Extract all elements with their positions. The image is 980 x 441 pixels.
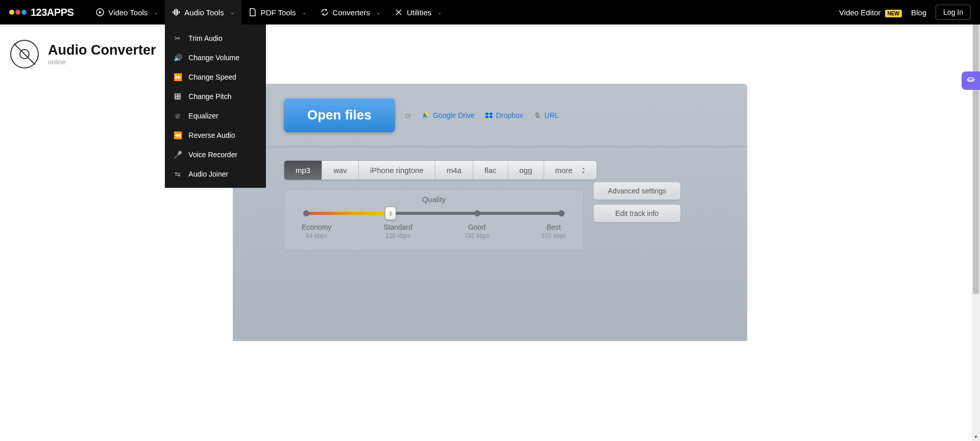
logo[interactable]: 123APPS xyxy=(9,7,74,18)
dropdown-label: Change Speed xyxy=(188,73,236,81)
format-tab-flac[interactable]: flac xyxy=(473,161,508,180)
slider-stop-economy xyxy=(303,210,309,216)
quality-label-best: Best320 kbps xyxy=(541,223,566,239)
speed-icon: ⏩ xyxy=(173,72,182,82)
audio-converter-icon xyxy=(10,40,39,68)
side-buttons: Advanced settings Edit track info xyxy=(593,182,681,223)
dropdown-label: Change Volume xyxy=(188,54,239,62)
scrollbar[interactable]: ▲ ▼ xyxy=(972,0,980,341)
slider-stop-good xyxy=(474,210,480,216)
nav-video-editor[interactable]: Video Editor NEW xyxy=(839,8,902,17)
svg-rect-4 xyxy=(177,10,178,15)
nav-right: Video Editor NEW Blog Log In xyxy=(839,5,971,20)
convert-icon xyxy=(321,8,329,16)
quality-label-good: Good192 kbps xyxy=(464,223,489,239)
quality-labels: Economy64 kbps Standard128 kbps Good192 … xyxy=(302,223,566,239)
page-subtitle: online xyxy=(48,58,156,66)
help-fab[interactable] xyxy=(962,71,980,90)
dropdown-label: Audio Joiner xyxy=(188,170,228,178)
dropdown-trim-audio[interactable]: ✂Trim Audio xyxy=(165,29,266,48)
format-tabs: mp3 wav iPhone ringtone m4a flac ogg mor… xyxy=(284,160,597,180)
dropbox-icon xyxy=(485,111,493,119)
nav-item-label: Video Editor xyxy=(839,8,880,17)
dropdown-label: Change Pitch xyxy=(188,92,231,101)
sort-icon: ▲▼ xyxy=(582,166,585,174)
advanced-settings-button[interactable]: Advanced settings xyxy=(593,182,681,200)
chevron-down-icon: ⌄ xyxy=(154,10,158,15)
dropdown-audio-joiner[interactable]: ⇆Audio Joiner xyxy=(165,164,266,184)
main-panel: Open files or Google Drive Dropbox URL 2… xyxy=(233,84,747,341)
dropdown-reverse-audio[interactable]: ⏪Reverse Audio xyxy=(165,126,266,145)
pitch-icon: ␴ xyxy=(173,92,182,101)
new-badge: NEW xyxy=(885,10,902,17)
dropbox-link[interactable]: Dropbox xyxy=(485,111,523,119)
svg-rect-3 xyxy=(176,9,177,16)
google-drive-link[interactable]: Google Drive xyxy=(422,111,475,119)
url-link[interactable]: URL xyxy=(533,111,559,119)
nav-pdf-tools[interactable]: PDF Tools ⌄ xyxy=(241,0,313,24)
dropdown-equalizer[interactable]: ⎚Equalizer xyxy=(165,106,266,126)
nav-converters[interactable]: Converters ⌄ xyxy=(313,0,387,24)
cloud-label: URL xyxy=(545,111,559,119)
dropdown-change-speed[interactable]: ⏩Change Speed xyxy=(165,67,266,87)
quality-title: Quality xyxy=(302,195,566,204)
edit-track-info-button[interactable]: Edit track info xyxy=(593,204,681,223)
open-files-button[interactable]: Open files xyxy=(284,98,395,132)
nav-utilities[interactable]: Utilities ⌄ xyxy=(387,0,449,24)
nav-item-label: PDF Tools xyxy=(261,8,296,17)
format-tab-m4a[interactable]: m4a xyxy=(435,161,473,180)
nav-blog[interactable]: Blog xyxy=(911,8,926,17)
cloud-label: Google Drive xyxy=(433,111,475,119)
logo-dots-icon xyxy=(9,10,27,15)
dropdown-voice-recorder[interactable]: 🎤Voice Recorder xyxy=(165,145,266,164)
dropdown-change-pitch[interactable]: ␴Change Pitch xyxy=(165,87,266,106)
scissors-icon: ✂ xyxy=(173,34,182,43)
nav-menu: Video Tools ⌄ Audio Tools ⌄ ✂Trim Audio … xyxy=(89,0,449,24)
play-icon xyxy=(96,8,104,16)
login-button[interactable]: Log In xyxy=(936,5,971,20)
or-text: or xyxy=(405,111,411,119)
cloud-label: Dropbox xyxy=(496,111,523,119)
page-title: Audio Converter xyxy=(48,42,156,58)
audio-bars-icon xyxy=(172,8,180,16)
reverse-icon: ⏪ xyxy=(173,131,182,140)
dropdown-change-volume[interactable]: 🔊Change Volume xyxy=(165,48,266,67)
nav-item-label: Utilities xyxy=(407,8,431,17)
slider-stop-best xyxy=(558,210,565,216)
chevron-down-icon: ⌄ xyxy=(376,10,380,15)
chevron-down-icon: ⌄ xyxy=(302,10,306,15)
format-tab-mp3[interactable]: mp3 xyxy=(284,161,322,180)
page-header: Audio Converter online xyxy=(0,24,980,84)
top-nav: 123APPS Video Tools ⌄ Audio Tools ⌄ ✂Tri… xyxy=(0,0,980,24)
link-icon xyxy=(533,111,542,119)
slider-handle[interactable]: ||| xyxy=(385,207,396,220)
chevron-down-icon: ⌄ xyxy=(230,10,234,15)
format-tab-more[interactable]: more ▲▼ xyxy=(544,161,597,180)
nav-audio-tools[interactable]: Audio Tools ⌄ ✂Trim Audio 🔊Change Volume… xyxy=(165,0,241,24)
dropdown-label: Voice Recorder xyxy=(188,151,237,159)
volume-icon: 🔊 xyxy=(173,53,182,62)
scrollbar-thumb[interactable] xyxy=(973,8,979,294)
google-drive-icon xyxy=(422,111,430,119)
nav-item-label: Audio Tools xyxy=(184,8,224,17)
nav-item-label: Video Tools xyxy=(108,8,148,17)
quality-slider[interactable]: ||| xyxy=(304,211,564,216)
format-tab-wav[interactable]: wav xyxy=(322,161,359,180)
tools-icon xyxy=(395,8,403,16)
document-icon xyxy=(249,8,257,16)
dropdown-label: Reverse Audio xyxy=(188,131,235,139)
chevron-down-icon: ⌄ xyxy=(437,10,442,15)
format-tab-iphone-ringtone[interactable]: iPhone ringtone xyxy=(359,161,435,180)
help-icon xyxy=(966,75,976,87)
svg-rect-2 xyxy=(174,10,175,15)
logo-text: 123APPS xyxy=(31,7,74,18)
quality-box: Quality ||| Economy64 kbps Standard128 k… xyxy=(284,189,584,251)
nav-video-tools[interactable]: Video Tools ⌄ xyxy=(89,0,165,24)
dropdown-label: Trim Audio xyxy=(188,34,222,42)
audio-tools-dropdown: ✂Trim Audio 🔊Change Volume ⏩Change Speed… xyxy=(165,24,266,188)
format-tab-ogg[interactable]: ogg xyxy=(508,161,544,180)
quality-label-economy: Economy64 kbps xyxy=(302,223,331,239)
quality-label-standard: Standard128 kbps xyxy=(383,223,412,239)
dropdown-label: Equalizer xyxy=(188,112,218,120)
svg-rect-5 xyxy=(179,11,180,13)
